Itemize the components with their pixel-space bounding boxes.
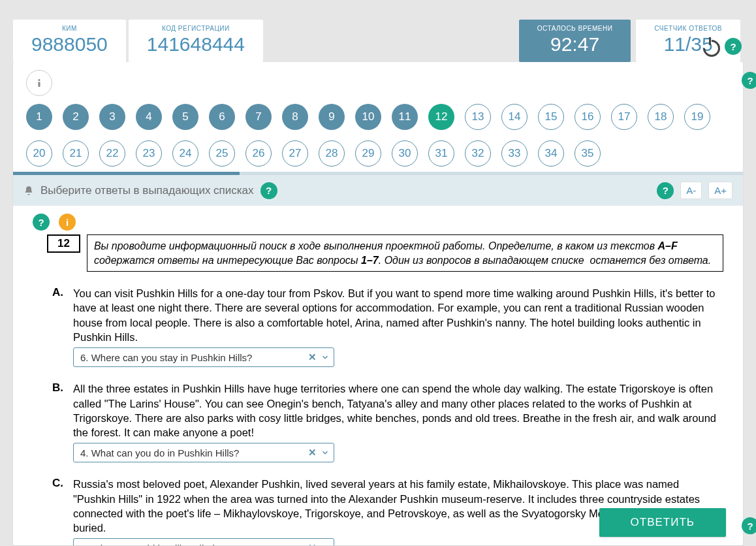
- question-nav-30[interactable]: 30: [392, 140, 418, 167]
- question-nav-20[interactable]: 20: [26, 140, 52, 167]
- dropdown-clear-icon[interactable]: ✕: [304, 351, 321, 363]
- instruction-bar: Выберите ответы в выпадающих списках ? ?…: [13, 175, 743, 206]
- kim-box: КИМ 9888050: [13, 20, 126, 62]
- passage-text: You can visit Pushkin Hills for a one-da…: [73, 286, 719, 344]
- question-nav-7[interactable]: 7: [245, 104, 272, 130]
- question-nav-33[interactable]: 33: [501, 140, 528, 167]
- question-nav-28[interactable]: 28: [319, 140, 345, 167]
- question-nav-21[interactable]: 21: [63, 140, 89, 167]
- instruction-text: Выберите ответы в выпадающих списках: [40, 184, 254, 197]
- dropdown-clear-icon[interactable]: ✕: [304, 542, 321, 545]
- question-nav-29[interactable]: 29: [355, 140, 381, 167]
- question-nav-4[interactable]: 4: [136, 104, 162, 130]
- counter-label: СЧЕТЧИК ОТВЕТОВ: [654, 25, 722, 32]
- passage-A: A.You can visit Pushkin Hills for a one-…: [33, 286, 723, 367]
- question-nav-23[interactable]: 23: [136, 140, 162, 167]
- answer-dropdown-C[interactable]: 2. Why are Pushkin Hills called so?✕: [73, 538, 334, 545]
- font-increase-button[interactable]: A+: [708, 182, 732, 199]
- question-nav-25[interactable]: 25: [209, 140, 235, 167]
- chevron-down-icon: [321, 543, 330, 545]
- power-button[interactable]: [700, 37, 719, 56]
- question-nav-9[interactable]: 9: [319, 104, 345, 130]
- question-nav-16[interactable]: 16: [575, 104, 601, 130]
- question-nav-8[interactable]: 8: [282, 104, 308, 130]
- dropdown-value: 4. What can you do in Pushkin Hills?: [80, 447, 304, 458]
- help-button-top[interactable]: ?: [725, 38, 742, 55]
- nav-info-button[interactable]: [26, 70, 52, 96]
- progress-fill: [13, 172, 240, 175]
- question-nav-2[interactable]: 2: [63, 104, 89, 130]
- info-icon: [33, 77, 45, 89]
- passage-text: All the three estates in Pushkin Hills h…: [73, 381, 719, 440]
- kim-value: 9888050: [31, 33, 108, 56]
- time-label: ОСТАЛОСЬ ВРЕМЕНИ: [537, 25, 613, 32]
- question-nav-3[interactable]: 3: [99, 104, 125, 130]
- font-decrease-button[interactable]: A-: [680, 182, 702, 199]
- svg-rect-1: [39, 82, 40, 88]
- question-nav-34[interactable]: 34: [538, 140, 564, 167]
- question-nav-12[interactable]: 12: [428, 104, 454, 130]
- question-number: 12: [47, 234, 80, 253]
- question-nav-13[interactable]: 13: [465, 104, 491, 130]
- footer-help-button[interactable]: ?: [742, 517, 756, 534]
- question-nav-31[interactable]: 31: [428, 140, 454, 167]
- question-nav-11[interactable]: 11: [392, 104, 418, 130]
- question-nav-18[interactable]: 18: [648, 104, 674, 130]
- question-nav-24[interactable]: 24: [172, 140, 198, 167]
- chevron-down-icon: [321, 353, 330, 362]
- question-nav-17[interactable]: 17: [611, 104, 637, 130]
- passage-B: B.All the three estates in Pushkin Hills…: [33, 381, 723, 462]
- question-nav-19[interactable]: 19: [684, 104, 710, 130]
- registration-value: 141648444: [147, 33, 245, 56]
- question-nav-14[interactable]: 14: [501, 104, 528, 130]
- side-help-button[interactable]: ?: [742, 72, 756, 89]
- chevron-down-icon: [321, 448, 330, 457]
- bell-icon: [24, 185, 34, 196]
- instruction-help-button[interactable]: ?: [260, 182, 277, 199]
- time-value: 92:47: [537, 33, 613, 56]
- question-nav-27[interactable]: 27: [282, 140, 308, 167]
- question-nav: 1234567891011121314151617181920212223242…: [13, 62, 743, 172]
- time-remaining-box: ОСТАЛОСЬ ВРЕМЕНИ 92:47: [519, 20, 631, 62]
- dropdown-value: 2. Why are Pushkin Hills called so?: [80, 543, 304, 545]
- progress-bar: [13, 172, 743, 175]
- dropdown-value: 6. Where can you stay in Pushkin Hills?: [80, 352, 304, 363]
- submit-answer-button[interactable]: ОТВЕТИТЬ: [599, 508, 726, 537]
- question-content[interactable]: ? i 12 Вы проводите информационный поиск…: [13, 206, 743, 545]
- question-nav-1[interactable]: 1: [26, 104, 52, 130]
- question-nav-5[interactable]: 5: [172, 104, 198, 130]
- passage-letter: B.: [52, 381, 68, 462]
- question-nav-22[interactable]: 22: [99, 140, 125, 167]
- question-info-button[interactable]: i: [59, 214, 76, 231]
- answer-dropdown-B[interactable]: 4. What can you do in Pushkin Hills?✕: [73, 443, 334, 462]
- answer-dropdown-A[interactable]: 6. Where can you stay in Pushkin Hills?✕: [73, 347, 334, 367]
- question-nav-32[interactable]: 32: [465, 140, 491, 167]
- question-nav-6[interactable]: 6: [209, 104, 235, 130]
- power-icon: [702, 39, 717, 54]
- main-panel: 1234567891011121314151617181920212223242…: [13, 62, 743, 545]
- registration-box: КОД РЕГИСТРАЦИИ 141648444: [129, 20, 263, 62]
- question-nav-26[interactable]: 26: [245, 140, 272, 167]
- question-nav-35[interactable]: 35: [575, 140, 601, 167]
- dropdown-clear-icon[interactable]: ✕: [304, 447, 321, 458]
- passage-letter: A.: [52, 286, 68, 367]
- question-nav-10[interactable]: 10: [355, 104, 381, 130]
- question-task: Вы проводите информационный поиск в ходе…: [87, 234, 723, 272]
- content-help-button[interactable]: ?: [657, 182, 674, 199]
- question-nav-15[interactable]: 15: [538, 104, 564, 130]
- kim-label: КИМ: [31, 25, 108, 32]
- passage-letter: C.: [52, 477, 68, 545]
- registration-label: КОД РЕГИСТРАЦИИ: [147, 25, 245, 32]
- svg-point-0: [39, 79, 40, 81]
- question-help-button[interactable]: ?: [33, 214, 50, 231]
